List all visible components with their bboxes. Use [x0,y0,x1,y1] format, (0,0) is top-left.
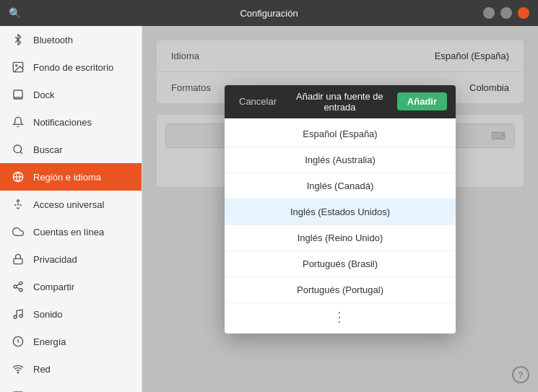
network-icon [12,362,25,375]
close-button[interactable]: ✕ [518,7,529,19]
add-button[interactable]: Añadir [397,92,447,110]
list-item-portugues-portugal[interactable]: Portugués (Portugal) [225,277,456,303]
add-input-source-dialog: Cancelar Añadir una fuente de entrada Añ… [225,85,456,334]
sidebar-item-privacidad-label: Privacidad [33,254,77,265]
sidebar-item-sonido-label: Sonido [33,309,62,320]
list-item-ingles-reino-unido[interactable]: Inglés (Reino Unido) [225,225,456,251]
more-indicator[interactable]: ⋮ [225,303,456,331]
sidebar-item-bluetooth-label: Bluetooth [33,35,73,45]
energy-icon [12,335,25,348]
bell-icon [12,116,25,129]
list-item-ingles-canada[interactable]: Inglés (Canadá) [225,173,456,199]
sidebar-item-region[interactable]: Región e idioma [0,163,142,191]
svg-point-1 [16,65,17,66]
titlebar: 🔍 Configuración — ❐ ✕ [0,0,538,26]
sidebar-item-bluetooth[interactable]: Bluetooth [0,26,142,53]
search-icon[interactable]: 🔍 [9,7,21,19]
sidebar-item-fondo-label: Fondo de escritorio [33,62,113,73]
svg-point-8 [17,200,19,202]
cancel-button[interactable]: Cancelar [233,93,282,110]
list-item-ingles-eeuu[interactable]: Inglés (Estados Unidos) [225,199,456,225]
svg-point-15 [14,315,17,318]
wallpaper-icon [12,61,25,74]
svg-line-13 [17,287,20,289]
sidebar-item-fondo[interactable]: Fondo de escritorio [0,53,142,81]
sidebar-item-compartir-label: Compartir [33,282,74,292]
svg-point-4 [14,145,22,153]
acceso-icon [12,198,25,211]
language-list: Español (España) Inglés (Australia) Ingl… [225,118,456,334]
minimize-button[interactable]: — [483,7,495,19]
sidebar-item-dock[interactable]: Dock [0,81,142,108]
svg-point-18 [17,373,18,373]
dock-icon [12,88,25,101]
dialog-overlay: Cancelar Añadir una fuente de entrada Añ… [142,26,538,392]
sidebar-item-privacidad[interactable]: Privacidad [0,245,142,273]
sidebar-item-energia-label: Energía [33,336,66,347]
list-item-ingles-australia[interactable]: Inglés (Australia) [225,147,456,173]
window-controls: — ❐ ✕ [483,7,529,19]
maximize-button[interactable]: ❐ [500,7,512,19]
cloud-icon [12,225,25,238]
content-area: Idioma Español (España) Formatos Colombi… [142,26,538,392]
search-icon [12,143,25,156]
sidebar-item-buscar[interactable]: Buscar [0,136,142,163]
list-item-espanol-espana[interactable]: Español (España) [225,121,456,147]
sidebar-item-buscar-label: Buscar [33,144,62,155]
svg-line-5 [20,152,22,154]
dialog-title: Añadir una fuente de entrada [288,91,391,113]
sidebar-item-cuentas[interactable]: Cuentas en línea [0,218,142,245]
sidebar-item-notificaciones[interactable]: Notificaciones [0,108,142,136]
list-item-portugues-brasil[interactable]: Portugués (Brasil) [225,251,456,277]
region-icon [12,170,25,183]
sidebar-item-acceso[interactable]: Acceso universal [0,191,142,218]
sidebar-item-sonido[interactable]: Sonido [0,300,142,328]
sidebar-item-notificaciones-label: Notificaciones [33,117,92,128]
svg-point-11 [14,285,17,288]
sidebar-item-cuentas-label: Cuentas en línea [33,227,104,238]
sidebar-item-dispositivos[interactable]: Dispositivos › [0,383,142,392]
svg-point-12 [19,289,22,292]
svg-line-14 [17,284,20,286]
sidebar-item-red[interactable]: Red [0,355,142,383]
sidebar-item-energia[interactable]: Energía [0,328,142,355]
lock-icon [12,253,25,266]
sidebar-item-red-label: Red [33,364,51,375]
share-icon [12,280,25,293]
sidebar: Bluetooth Fondo de escritorio Dock [0,26,142,392]
sidebar-item-region-label: Región e idioma [33,172,101,183]
svg-point-16 [19,315,22,318]
main-layout: Bluetooth Fondo de escritorio Dock [0,26,538,392]
app-title: Configuración [240,8,298,19]
svg-point-10 [19,282,22,284]
svg-rect-9 [14,258,22,263]
sidebar-item-compartir[interactable]: Compartir [0,273,142,300]
sidebar-item-acceso-label: Acceso universal [33,199,104,210]
dialog-header: Cancelar Añadir una fuente de entrada Añ… [225,85,456,118]
music-icon [12,308,25,321]
bluetooth-icon [12,33,25,46]
sidebar-item-dock-label: Dock [33,90,55,100]
